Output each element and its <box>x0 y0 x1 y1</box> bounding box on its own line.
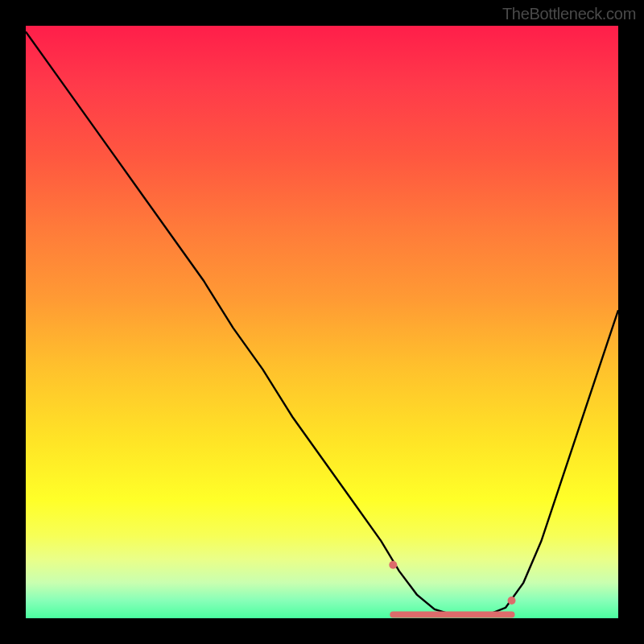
watermark-text: TheBottleneck.com <box>502 5 636 23</box>
curve-layer <box>26 26 618 618</box>
optimal-point-left <box>389 561 397 569</box>
chart-container: TheBottleneck.com <box>0 0 644 644</box>
bottleneck-curve <box>26 31 618 616</box>
plot-area <box>26 26 618 618</box>
optimal-point-right <box>508 597 516 605</box>
